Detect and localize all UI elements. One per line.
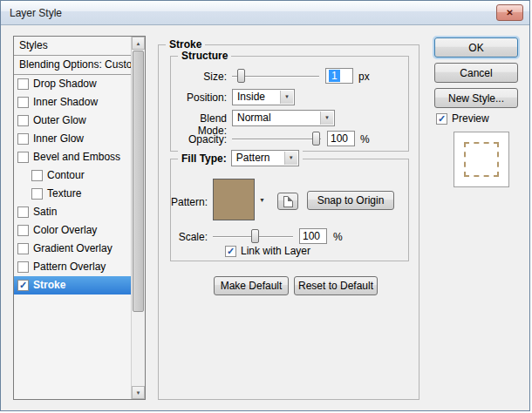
opacity-unit: % [360,133,370,146]
opacity-input[interactable]: 100 [327,131,355,146]
style-item-outer-glow[interactable]: Outer Glow [14,112,145,130]
link-with-layer-checkbox[interactable]: ✓ [225,246,236,257]
style-item-checkbox[interactable] [31,188,43,200]
blend-mode-value: Normal [237,112,271,124]
new-pattern-preset-button[interactable] [277,193,298,210]
chevron-down-icon: ▼ [259,197,265,203]
styles-list: Styles Blending Options: Custom Drop Sha… [13,36,146,400]
window-title: Layer Style [10,7,62,19]
chevron-down-icon: ▼ [280,91,293,104]
style-item-checkbox[interactable] [31,170,43,181]
style-item-texture[interactable]: Texture [14,185,145,203]
fill-type-group: Fill Type: Pattern ▼ Pattern: ▼ Snap to … [170,159,409,261]
style-item-checkbox[interactable]: ✓ [17,280,29,291]
close-button[interactable]: ✕ [496,4,523,21]
stroke-panel-title: Stroke [166,38,205,51]
scale-label: Scale: [171,231,208,243]
preview-checkbox[interactable]: ✓ [436,113,447,125]
make-default-button[interactable]: Make Default [214,276,289,295]
new-style-label: New Style... [448,92,504,105]
style-item-satin[interactable]: Satin [14,203,145,221]
chevron-down-icon: ▼ [320,112,333,125]
size-unit: px [358,71,370,83]
preview-label[interactable]: Preview [452,112,489,125]
style-item-contour[interactable]: Contour [14,166,145,185]
snap-to-origin-button[interactable]: Snap to Origin [307,191,394,210]
layer-style-dialog: Layer Style ✕ Styles Blending Options: C… [0,0,530,411]
styles-list-header: Styles [14,37,145,55]
style-item-checkbox[interactable] [17,261,29,273]
style-item-inner-shadow[interactable]: Inner Shadow [14,93,145,112]
style-item-label: Texture [47,185,81,203]
style-item-stroke[interactable]: ✓Stroke [14,276,145,295]
opacity-slider-track[interactable] [232,139,321,140]
size-slider-thumb[interactable] [237,69,245,83]
ok-button[interactable]: OK [434,37,518,58]
titlebar[interactable]: Layer Style ✕ [1,1,529,25]
structure-group: Structure Size: 1 px Position: Inside ▼ … [170,56,409,152]
style-item-checkbox[interactable] [17,152,29,163]
style-item-blending-options[interactable]: Blending Options: Custom [14,56,145,74]
style-item-checkbox[interactable] [17,97,29,108]
preview-row[interactable]: ✓ Preview [436,112,489,125]
cancel-button[interactable]: Cancel [434,63,518,83]
style-item-gradient-overlay[interactable]: Gradient Overlay [14,240,145,258]
style-item-checkbox[interactable] [17,225,29,236]
make-default-label: Make Default [221,280,283,292]
style-item-inner-glow[interactable]: Inner Glow [14,130,145,148]
style-item-checkbox[interactable] [17,206,29,218]
opacity-slider-thumb[interactable] [312,132,320,146]
style-preview-thumbnail [454,132,509,187]
scale-input[interactable]: 100 [299,228,327,244]
scroll-thumb[interactable] [133,51,144,312]
reset-to-default-button[interactable]: Reset to Default [294,276,378,295]
style-item-label: Drop Shadow [33,75,97,93]
style-item-drop-shadow[interactable]: Drop Shadow [14,75,145,93]
style-item-label: Inner Glow [33,130,84,148]
chevron-down-icon: ▼ [284,152,297,165]
style-item-bevel-and-emboss[interactable]: Bevel and Emboss [14,148,145,166]
style-item-pattern-overlay[interactable]: Pattern Overlay [14,258,145,276]
opacity-value: 100 [331,132,348,145]
link-with-layer-label[interactable]: Link with Layer [241,245,310,257]
scale-unit: % [333,231,343,243]
pattern-thumbnail [214,179,254,220]
style-item-label: Stroke [33,276,65,295]
style-item-checkbox[interactable] [17,115,29,126]
style-item-label: Bevel and Emboss [33,148,120,166]
opacity-slider[interactable] [232,131,321,146]
scale-value: 100 [303,230,320,242]
style-item-label: Inner Shadow [33,93,98,112]
position-dropdown[interactable]: Inside ▼ [232,89,295,105]
fill-type-dropdown[interactable]: Pattern ▼ [231,150,299,166]
size-label: Size: [173,71,227,83]
new-style-button[interactable]: New Style... [434,88,518,108]
style-item-color-overlay[interactable]: Color Overlay [14,221,145,240]
style-item-label: Outer Glow [33,112,86,130]
scroll-down-arrow[interactable]: ▼ [132,386,145,399]
styles-list-scrollbar[interactable]: ▲ ▼ [131,37,145,399]
close-icon: ✕ [506,8,513,17]
style-item-checkbox[interactable] [17,243,29,254]
link-with-layer-row[interactable]: ✓ Link with Layer [225,245,310,257]
style-item-checkbox[interactable] [17,133,29,145]
style-item-checkbox[interactable] [17,78,29,90]
scroll-up-arrow[interactable]: ▲ [132,37,145,50]
cancel-label: Cancel [460,67,492,79]
style-item-label: Pattern Overlay [33,258,106,276]
scale-slider-thumb[interactable] [251,229,259,243]
reset-to-default-label: Reset to Default [298,280,373,292]
size-input[interactable]: 1 [325,68,353,84]
scale-slider[interactable] [213,228,293,244]
size-input-selected-text: 1 [329,70,340,82]
size-slider-track[interactable] [232,76,319,78]
style-item-label: Contour [47,166,85,185]
stroke-panel: Stroke Structure Size: 1 px Position: In… [158,44,419,400]
blend-mode-dropdown[interactable]: Normal ▼ [232,110,335,126]
size-slider[interactable] [232,68,319,84]
pattern-picker-arrow[interactable]: ▼ [256,193,268,206]
pattern-label: Pattern: [171,196,208,208]
pattern-swatch[interactable] [213,179,255,220]
snap-to-origin-label: Snap to Origin [317,194,385,206]
stroke-preview-square [464,142,499,177]
